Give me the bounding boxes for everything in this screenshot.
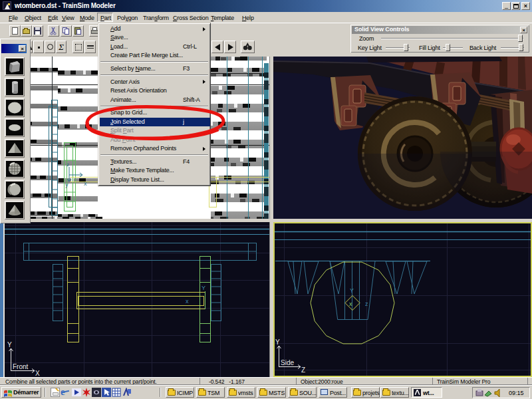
svg-text:X: X [35,370,40,377]
svg-text:Z: Z [301,366,305,374]
svg-text:y: y [65,182,68,188]
svg-text:Side: Side [281,359,294,366]
svg-text:Y: Y [350,287,354,294]
svg-text:Y: Y [201,285,205,291]
svg-text:z: z [66,163,69,168]
svg-text:x: x [186,298,189,305]
svg-text:Y: Y [275,338,280,346]
svg-text:Front: Front [13,363,29,370]
svg-text:x: x [349,301,352,307]
svg-text:Y: Y [7,341,12,348]
svg-text:z: z [365,301,368,307]
